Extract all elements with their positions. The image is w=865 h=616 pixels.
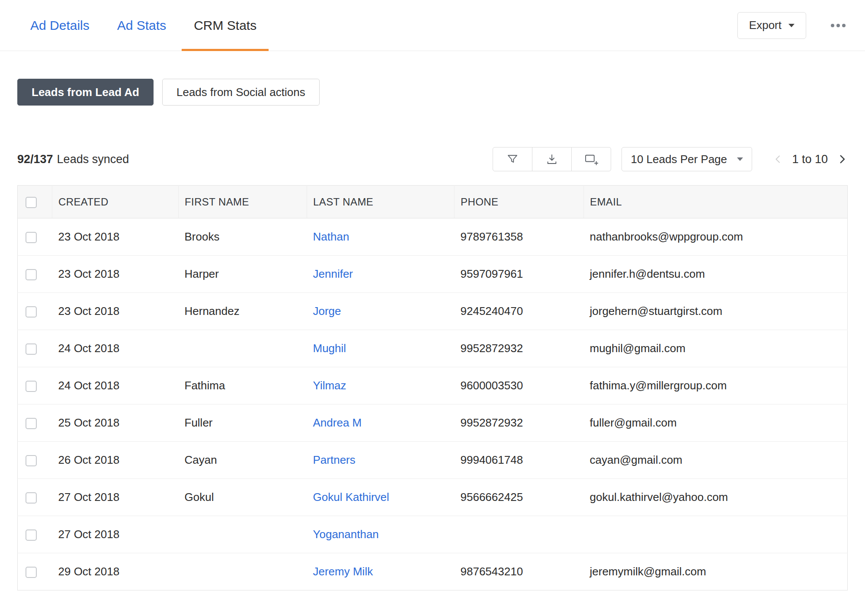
cell-email: gokul.kathirvel@yahoo.com — [584, 479, 848, 516]
table-row: 29 Oct 2018 Jeremy Milk 9876543210 jerem… — [18, 553, 848, 590]
lead-name-link[interactable]: Andrea M — [313, 416, 362, 429]
cell-phone: 9566662425 — [455, 479, 584, 516]
table-row: 23 Oct 2018 Hernandez Jorge 9245240470 j… — [18, 293, 848, 330]
cell-last-name: Gokul Kathirvel — [307, 479, 455, 516]
manage-columns-button[interactable] — [571, 147, 611, 171]
toggle-leads-from-social-actions[interactable]: Leads from Social actions — [162, 79, 320, 106]
tab-ad-details[interactable]: Ad Details — [18, 0, 102, 51]
cell-phone: 9600003530 — [455, 367, 584, 404]
tab-list: Ad Details Ad Stats CRM Stats — [18, 0, 272, 51]
cell-email: jeremymilk@gmail.com — [584, 553, 848, 590]
row-checkbox[interactable] — [26, 232, 37, 243]
leads-table: CREATED FIRST NAME LAST NAME PHONE EMAIL… — [17, 185, 848, 590]
lead-name-link[interactable]: Gokul Kathirvel — [313, 491, 389, 504]
cell-phone: 9952872932 — [455, 404, 584, 442]
cell-first-name: Cayan — [179, 442, 307, 479]
toggle-leads-from-lead-ad[interactable]: Leads from Lead Ad — [17, 79, 154, 106]
cell-first-name: Hernandez — [179, 293, 307, 330]
table-row: 25 Oct 2018 Fuller Andrea M 9952872932 f… — [18, 404, 848, 442]
add-column-icon — [584, 153, 598, 166]
lead-name-link[interactable]: Partners — [313, 453, 356, 466]
filter-button[interactable] — [493, 147, 532, 171]
row-checkbox[interactable] — [26, 418, 37, 429]
cell-last-name: Yogananthan — [307, 516, 455, 553]
tab-ad-stats[interactable]: Ad Stats — [105, 0, 178, 51]
cell-created: 27 Oct 2018 — [52, 516, 179, 553]
export-button-label: Export — [749, 19, 782, 32]
cell-phone: 9789761358 — [455, 218, 584, 256]
table-header-row: CREATED FIRST NAME LAST NAME PHONE EMAIL — [18, 186, 848, 218]
cell-created: 23 Oct 2018 — [52, 256, 179, 293]
lead-name-link[interactable]: Jennifer — [313, 267, 353, 280]
lead-name-link[interactable]: Nathan — [313, 230, 349, 243]
row-checkbox[interactable] — [26, 343, 37, 355]
ellipsis-icon — [830, 23, 846, 28]
download-button[interactable] — [532, 147, 572, 171]
cell-created: 26 Oct 2018 — [52, 442, 179, 479]
row-checkbox[interactable] — [26, 492, 37, 504]
cell-phone: 9994061748 — [455, 442, 584, 479]
cell-phone: 9245240470 — [455, 293, 584, 330]
row-checkbox[interactable] — [26, 381, 37, 392]
cell-first-name: Fathima — [179, 367, 307, 404]
cell-created: 24 Oct 2018 — [52, 330, 179, 367]
leads-synced-label: Leads synced — [57, 153, 129, 166]
cell-email: jorgehern@stuartgirst.com — [584, 293, 848, 330]
table-row: 27 Oct 2018 Gokul Gokul Kathirvel 956666… — [18, 479, 848, 516]
cell-first-name: Harper — [179, 256, 307, 293]
lead-name-link[interactable]: Yogananthan — [313, 528, 379, 541]
lead-name-link[interactable]: Mughil — [313, 342, 346, 355]
cell-email: cayan@gmail.com — [584, 442, 848, 479]
leads-synced-status: 92/137Leads synced — [17, 153, 129, 166]
tab-crm-stats[interactable]: CRM Stats — [182, 0, 269, 51]
table-row: 24 Oct 2018 Mughil 9952872932 mughil@gma… — [18, 330, 848, 367]
column-header-phone: PHONE — [455, 186, 584, 218]
cell-email: jennifer.h@dentsu.com — [584, 256, 848, 293]
cell-created: 29 Oct 2018 — [52, 553, 179, 590]
lead-source-toggles: Leads from Lead Ad Leads from Social act… — [0, 51, 865, 106]
cell-last-name: Partners — [307, 442, 455, 479]
cell-last-name: Jennifer — [307, 256, 455, 293]
column-header-last-name: LAST NAME — [307, 186, 455, 218]
cell-email: fuller@gmail.com — [584, 404, 848, 442]
lead-name-link[interactable]: Jorge — [313, 305, 341, 318]
more-options-button[interactable] — [829, 16, 848, 35]
table-row: 23 Oct 2018 Brooks Nathan 9789761358 nat… — [18, 218, 848, 256]
top-tab-bar: Ad Details Ad Stats CRM Stats Export — [0, 0, 865, 51]
export-button[interactable]: Export — [737, 12, 806, 39]
controls-right: 10 Leads Per Page 1 to 10 — [493, 147, 848, 171]
cell-phone: 9952872932 — [455, 330, 584, 367]
cell-last-name: Andrea M — [307, 404, 455, 442]
chevron-left-icon — [773, 154, 783, 165]
row-checkbox[interactable] — [26, 529, 37, 541]
cell-created: 24 Oct 2018 — [52, 367, 179, 404]
cell-phone: 9597097961 — [455, 256, 584, 293]
table-body: 23 Oct 2018 Brooks Nathan 9789761358 nat… — [18, 218, 848, 590]
lead-name-link[interactable]: Yilmaz — [313, 379, 346, 392]
leads-per-page-select[interactable]: 10 Leads Per Page — [622, 147, 752, 171]
cell-email: fathima.y@millergroup.com — [584, 367, 848, 404]
cell-last-name: Nathan — [307, 218, 455, 256]
chevron-right-icon — [836, 153, 848, 165]
table-row: 24 Oct 2018 Fathima Yilmaz 9600003530 fa… — [18, 367, 848, 404]
cell-created: 23 Oct 2018 — [52, 293, 179, 330]
column-header-first-name: FIRST NAME — [179, 186, 307, 218]
select-all-checkbox[interactable] — [26, 197, 37, 208]
cell-first-name — [179, 553, 307, 590]
leads-table-container: CREATED FIRST NAME LAST NAME PHONE EMAIL… — [17, 185, 848, 590]
filter-icon — [506, 153, 519, 166]
lead-name-link[interactable]: Jeremy Milk — [313, 565, 373, 578]
cell-first-name: Gokul — [179, 479, 307, 516]
next-page-button[interactable] — [836, 153, 848, 165]
table-row: 27 Oct 2018 Yogananthan — [18, 516, 848, 553]
row-checkbox[interactable] — [26, 567, 37, 578]
cell-phone — [455, 516, 584, 553]
previous-page-button[interactable] — [773, 154, 783, 165]
row-checkbox[interactable] — [26, 455, 37, 466]
chevron-down-icon — [788, 24, 795, 27]
cell-last-name: Jorge — [307, 293, 455, 330]
row-checkbox[interactable] — [26, 306, 37, 318]
page-range-label: 1 to 10 — [792, 153, 828, 166]
cell-phone: 9876543210 — [455, 553, 584, 590]
row-checkbox[interactable] — [26, 269, 37, 280]
